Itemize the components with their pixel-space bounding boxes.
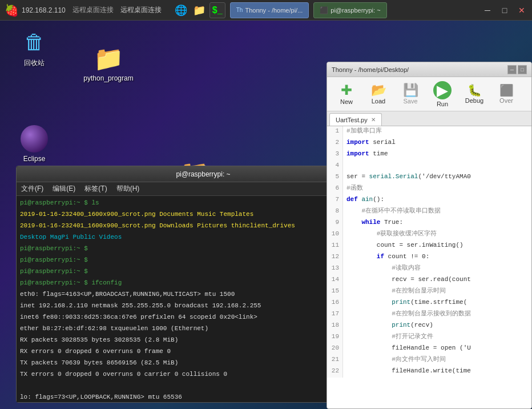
- thonny-run-btn[interactable]: ▶ Run: [428, 79, 457, 109]
- code-line: 9 while True:: [327, 218, 531, 229]
- new-icon: ✚: [341, 83, 352, 97]
- code-line: 16 print(time.strftime(: [327, 298, 531, 309]
- code-line: 1#加载串口库: [327, 126, 531, 138]
- thonny-tab-uarttest[interactable]: UartTest.py ✕: [329, 113, 382, 126]
- code-line: 5ser = serial.Serial('/dev/ttyAMA0: [327, 172, 531, 183]
- save-icon: 💾: [403, 84, 418, 97]
- terminal-menu-help[interactable]: 帮助(H): [116, 184, 140, 194]
- code-line: 6#函数: [327, 183, 531, 195]
- thonny-maximize-btn[interactable]: □: [518, 65, 527, 74]
- save-label: Save: [403, 98, 417, 105]
- thonny-taskbar-btn[interactable]: Th Thonny - /home/pi/...: [230, 2, 309, 18]
- terminal-taskbar-btn[interactable]: ⬛ pi@raspberrypi: ~: [313, 2, 386, 18]
- code-line: 13 #读取内容: [327, 263, 531, 275]
- recycle-bin-label: 回收站: [24, 58, 45, 68]
- run-label: Run: [437, 101, 448, 107]
- load-icon: 📂: [371, 84, 386, 97]
- code-line: 11 count = ser.inWaiting(): [327, 240, 531, 252]
- python-program-label: python_program: [83, 74, 133, 82]
- over-icon: ⬛: [499, 85, 514, 96]
- desktop: 🍓 192.168.2.110 远程桌面连接 远程桌面连接 🌐 📁 $_ Th …: [0, 0, 532, 409]
- code-line: 8 #在循环中不停读取串口数据: [327, 206, 531, 218]
- tab-close-icon[interactable]: ✕: [371, 117, 376, 123]
- code-line: 20 fileHandle = open ('U: [327, 343, 531, 355]
- code-line: 14 recv = ser.read(count: [327, 275, 531, 286]
- taskbar-left: 🍓 192.168.2.110 远程桌面连接 远程桌面连接 🌐 📁 $_ Th …: [0, 2, 390, 18]
- new-label: New: [340, 98, 353, 105]
- code-line: 17 #在控制台显示接收到的数据: [327, 309, 531, 320]
- terminal-icon[interactable]: $_: [209, 2, 225, 18]
- taskbar-title: 远程桌面连接: [72, 5, 114, 15]
- terminal-title: pi@raspberrypi: ~: [55, 170, 351, 178]
- recycle-bin-img: 🗑: [21, 29, 48, 56]
- globe-icon[interactable]: 🌐: [173, 2, 189, 18]
- taskbar-ip: 192.168.2.110: [22, 6, 66, 14]
- code-line: 7def ain():: [327, 195, 531, 206]
- maximize-btn[interactable]: □: [497, 2, 513, 18]
- terminal-menu-file[interactable]: 文件(F): [21, 184, 43, 194]
- python-folder-img: 📁: [95, 45, 122, 72]
- tab-label: UartTest.py: [336, 117, 368, 123]
- thonny-load-btn[interactable]: 📂 Load: [364, 79, 393, 109]
- taskbar-title2: 远程桌面连接: [120, 5, 162, 15]
- debug-label: Debug: [465, 97, 483, 104]
- thonny-window: Thonny - /home/pi/Desktop/ ─ □ ✚ New 📂 L…: [327, 62, 532, 409]
- thonny-btn-label: Thonny - /home/pi/...: [245, 7, 303, 14]
- thonny-win-btns: ─ □: [507, 65, 527, 74]
- thonny-code-area[interactable]: 1#加载串口库2import serial3import time45ser =…: [327, 126, 531, 408]
- code-line: 4: [327, 161, 531, 172]
- code-line: 10 #获取接收缓冲区字符: [327, 229, 531, 240]
- minimize-btn[interactable]: ─: [479, 2, 495, 18]
- thonny-save-btn[interactable]: 💾 Save: [396, 79, 425, 109]
- thonny-new-btn[interactable]: ✚ New: [332, 79, 361, 109]
- thonny-debug-btn[interactable]: 🐛 Debug: [460, 79, 489, 109]
- code-line: 12 if count != 0:: [327, 252, 531, 263]
- load-label: Load: [372, 98, 385, 105]
- terminal-menu-tags[interactable]: 标签(T): [84, 184, 107, 194]
- taskbar-controls: ─ □ ✕: [479, 2, 532, 18]
- debug-icon: 🐛: [467, 85, 482, 96]
- thonny-over-btn[interactable]: ⬛ Over: [491, 79, 521, 109]
- taskbar: 🍓 192.168.2.110 远程桌面连接 远程桌面连接 🌐 📁 $_ Th …: [0, 0, 532, 21]
- code-line: 18 print(recv): [327, 320, 531, 332]
- files-icon[interactable]: 📁: [191, 2, 207, 18]
- eclipse-label: Eclipse: [23, 155, 46, 163]
- thonny-minimize-btn[interactable]: ─: [507, 65, 517, 74]
- run-icon: ▶: [433, 81, 452, 99]
- code-line: 22 fileHandle.write(time: [327, 366, 531, 378]
- close-btn[interactable]: ✕: [514, 2, 530, 18]
- terminal-menu-edit[interactable]: 编辑(E): [53, 184, 75, 194]
- code-line: 3import time: [327, 149, 531, 161]
- code-line: 2import serial: [327, 138, 531, 149]
- raspberry-pi-icon[interactable]: 🍓: [3, 2, 19, 18]
- desktop-icons-column: 🗑 回收站 Eclipse: [11, 29, 57, 163]
- code-line: 21 #向文件中写入时间: [327, 355, 531, 366]
- code-line: 15 #在控制台显示时间: [327, 286, 531, 298]
- thonny-toolbar: ✚ New 📂 Load 💾 Save ▶ Run 🐛 Debug ⬛ Ove: [327, 77, 531, 111]
- thonny-tabs: UartTest.py ✕: [327, 111, 531, 126]
- recycle-bin-icon[interactable]: 🗑 回收站: [11, 29, 57, 68]
- eclipse-icon-item[interactable]: Eclipse: [11, 125, 57, 163]
- thonny-titlebar: Thonny - /home/pi/Desktop/ ─ □: [327, 62, 531, 77]
- thonny-title: Thonny - /home/pi/Desktop/: [332, 66, 507, 73]
- over-label: Over: [499, 97, 513, 104]
- code-line: 19 #打开记录文件: [327, 332, 531, 343]
- eclipse-img: [21, 125, 48, 153]
- terminal-btn-label: pi@raspberrypi: ~: [331, 7, 380, 14]
